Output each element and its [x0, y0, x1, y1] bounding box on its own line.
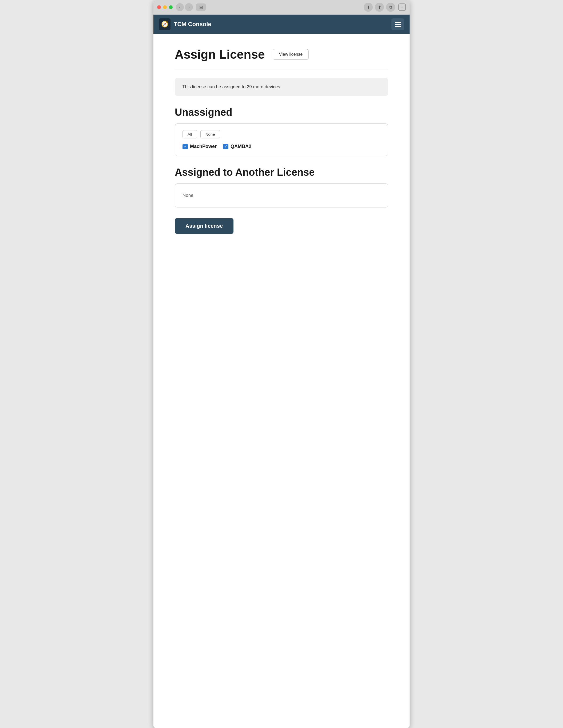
device-name-qamba2: QAMBA2 — [230, 144, 251, 149]
page-title: Assign License — [175, 47, 265, 62]
unassigned-devices-box: All None ✓ MachPower ✓ QAMBA2 — [175, 123, 388, 156]
forward-icon: › — [188, 5, 190, 9]
assigned-other-box: None — [175, 183, 388, 207]
qamba2-checkbox[interactable]: ✓ — [223, 144, 228, 149]
hamburger-menu-button[interactable] — [392, 18, 404, 30]
logo-icon: 🧭 — [159, 18, 170, 30]
traffic-light-red[interactable] — [157, 5, 161, 9]
copy-window-button[interactable]: ⧉ — [386, 3, 395, 12]
assign-license-button[interactable]: Assign license — [175, 218, 233, 234]
share-button[interactable]: ⬆ — [375, 3, 384, 12]
info-message: This license can be assigned to 29 more … — [182, 84, 381, 90]
all-button[interactable]: All — [182, 130, 197, 138]
devices-list: ✓ MachPower ✓ QAMBA2 — [182, 144, 381, 149]
info-box: This license can be assigned to 29 more … — [175, 78, 388, 96]
view-license-button[interactable]: View license — [273, 49, 309, 60]
sidebar-toggle-button[interactable]: ⊟ — [196, 3, 206, 11]
device-name-machpower: MachPower — [190, 144, 217, 149]
hamburger-line-1 — [395, 22, 401, 23]
check-icon: ✓ — [184, 145, 187, 149]
back-button[interactable]: ‹ — [176, 3, 184, 11]
unassigned-section-title: Unassigned — [175, 107, 388, 118]
traffic-light-yellow[interactable] — [163, 5, 167, 9]
browser-window: ‹ › ⊟ ⬇ ⬆ ⧉ + 🧭 — [153, 0, 410, 728]
browser-actions: ⬇ ⬆ ⧉ — [364, 3, 395, 12]
list-item: ✓ QAMBA2 — [223, 144, 251, 149]
share-icon: ⬆ — [378, 5, 381, 10]
forward-button[interactable]: › — [185, 3, 193, 11]
hamburger-line-3 — [395, 26, 401, 27]
app-navbar: 🧭 TCM Console — [153, 15, 410, 34]
download-icon: ⬇ — [367, 5, 370, 10]
page-header: Assign License View license — [175, 47, 388, 62]
traffic-light-green[interactable] — [169, 5, 173, 9]
hamburger-line-2 — [395, 24, 401, 25]
main-content: Assign License View license This license… — [153, 34, 410, 728]
nav-buttons: ‹ › — [176, 3, 193, 11]
selection-buttons: All None — [182, 130, 381, 138]
assigned-other-section-title: Assigned to Another License — [175, 167, 388, 178]
plus-icon: + — [401, 5, 404, 10]
traffic-lights — [157, 5, 173, 9]
app-logo: 🧭 TCM Console — [159, 18, 211, 30]
check-icon: ✓ — [224, 145, 227, 149]
none-button[interactable]: None — [200, 130, 220, 138]
app-title: TCM Console — [174, 21, 211, 28]
sidebar-icon: ⊟ — [199, 5, 203, 10]
header-divider — [175, 70, 388, 70]
download-button[interactable]: ⬇ — [364, 3, 373, 12]
list-item: ✓ MachPower — [182, 144, 217, 149]
assigned-other-value: None — [182, 190, 381, 201]
new-tab-button[interactable]: + — [398, 3, 406, 11]
browser-titlebar: ‹ › ⊟ ⬇ ⬆ ⧉ + — [153, 0, 410, 15]
back-icon: ‹ — [179, 5, 181, 9]
compass-icon: 🧭 — [161, 21, 168, 28]
machpower-checkbox[interactable]: ✓ — [182, 144, 188, 149]
copy-icon: ⧉ — [389, 5, 392, 10]
